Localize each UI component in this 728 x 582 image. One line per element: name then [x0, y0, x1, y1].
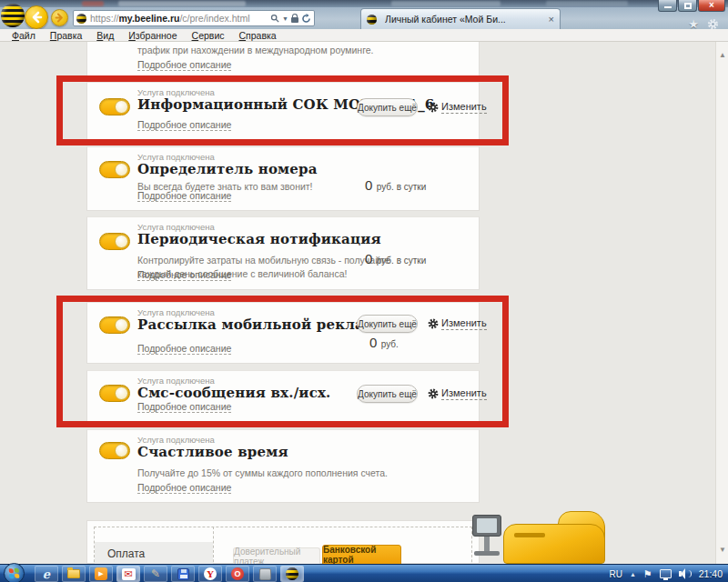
terminal-slot — [514, 533, 545, 537]
tab-trust-payment[interactable]: Доверительный платеж — [233, 547, 320, 564]
taskbar-explorer-button[interactable] — [62, 566, 86, 582]
service-card: Услуга подключена Смс-сообщения вх./исх.… — [86, 370, 480, 422]
service-card: Услуга подключена Рассылка мобильной рек… — [86, 302, 480, 364]
details-link[interactable]: Подробное описание — [137, 269, 231, 281]
scroll-down-icon[interactable]: ▼ — [716, 546, 728, 554]
tab-title: Личный кабинет «Мой Би... — [385, 14, 544, 25]
service-title: Смс-сообщения вх./исх. — [137, 385, 331, 401]
service-card: Услуга подключена Информационный СОК MOD… — [86, 82, 480, 140]
taskbar-yandex-button[interactable]: Y — [198, 566, 222, 582]
speaker-icon[interactable] — [679, 568, 692, 579]
payment-terminal-illustration — [460, 511, 614, 564]
service-toggle[interactable] — [99, 233, 130, 250]
scroll-up-icon[interactable]: ▲ — [716, 51, 728, 59]
service-toggle[interactable] — [99, 98, 130, 115]
url-domain: my.beeline.ru — [119, 13, 180, 24]
back-arrow-icon — [30, 11, 43, 24]
refresh-icon[interactable] — [301, 14, 311, 24]
taskbar-app-button[interactable] — [253, 566, 277, 582]
taskbar-icons: e ▶ ✉ ✎ Y O — [35, 566, 304, 582]
tab-close-icon[interactable]: × — [549, 15, 554, 25]
terminal-base — [474, 551, 500, 556]
service-title: Рассылка мобильной рекламы — [137, 316, 389, 333]
tab-bank-card[interactable]: Банковской картой — [322, 545, 401, 564]
details-link[interactable]: Подробное описание — [137, 190, 231, 202]
taskbar-ie-button[interactable]: e — [35, 566, 58, 582]
close-button[interactable]: × — [698, 0, 725, 12]
windows-logo-icon — [9, 568, 20, 579]
service-toggle[interactable] — [99, 316, 130, 334]
service-title: Периодическая нотификация — [137, 231, 381, 247]
language-indicator[interactable]: RU — [609, 569, 622, 579]
toggle-knob — [115, 318, 128, 332]
details-link[interactable]: Подробное описание — [137, 482, 231, 494]
speaker-wave — [687, 570, 692, 577]
beeline-logo-icon — [1, 4, 25, 27]
forward-button[interactable] — [51, 9, 68, 26]
address-bar[interactable]: https://my.beeline.ru/c/pre/index.html ▼ — [73, 10, 315, 26]
details-link[interactable]: Подробное описание — [137, 119, 231, 131]
mail-icon: ✉ — [122, 568, 136, 580]
floppy-icon — [177, 568, 189, 580]
minimize-icon — [664, 6, 672, 8]
start-button[interactable] — [4, 563, 25, 582]
windows-logo-green — [15, 568, 19, 573]
taskbar-save-button[interactable] — [171, 566, 195, 582]
price-unit: руб. в сутки — [377, 256, 426, 266]
chevron-down-icon[interactable]: ▼ — [282, 15, 288, 22]
menu-help[interactable]: Справка — [232, 30, 284, 41]
change-link[interactable]: Изменить — [441, 101, 487, 114]
scrollbar[interactable]: ▲ ▼ — [715, 42, 728, 564]
price-value: 0 — [365, 251, 372, 266]
menu-file[interactable]: Файл — [5, 30, 43, 41]
change-link[interactable]: Изменить — [441, 317, 487, 330]
toggle-knob — [115, 235, 128, 248]
taskbar-opera-button[interactable]: O — [226, 566, 249, 582]
details-link[interactable]: Подробное описание — [137, 59, 231, 71]
search-icon[interactable] — [270, 14, 279, 23]
menu-view[interactable]: Вид — [89, 30, 121, 41]
service-toggle[interactable] — [99, 385, 130, 402]
buy-more-button[interactable]: Докупить ещё — [357, 98, 418, 116]
menu-edit[interactable]: Правка — [43, 30, 89, 41]
toggle-knob — [115, 444, 128, 457]
service-toggle[interactable] — [99, 442, 130, 459]
service-card: Услуга подключена Периодическая нотифика… — [86, 216, 480, 290]
forward-arrow-icon — [55, 13, 65, 23]
gear-icon — [428, 318, 439, 329]
action-center-flag-icon[interactable]: ⚑ — [643, 569, 652, 579]
taskbar-clock[interactable]: 21:40 — [699, 568, 723, 579]
maximize-button[interactable] — [678, 0, 697, 12]
details-link[interactable]: Подробное описание — [137, 401, 231, 413]
network-icon[interactable] — [660, 569, 672, 578]
system-tray: RU ▲ ⚑ 21:40 — [609, 565, 723, 582]
change-control[interactable]: Изменить — [428, 101, 487, 114]
taskbar-media-button[interactable]: ▶ — [89, 566, 113, 582]
price-value: 0 — [369, 335, 377, 350]
service-title: Определитель номера — [137, 161, 318, 177]
taskbar-editor-button[interactable]: ✎ — [144, 566, 167, 582]
change-link[interactable]: Изменить — [441, 387, 487, 400]
menu-tools[interactable]: Сервис — [185, 30, 232, 41]
ie-icon: e — [43, 568, 50, 580]
service-price: 0 руб. в сутки — [365, 177, 426, 194]
price-value: 0 — [365, 177, 372, 193]
lock-icon — [291, 17, 298, 23]
browser-tab[interactable]: Личный кабинет «Мой Би... × — [360, 8, 561, 29]
hidden-icons-chevron[interactable]: ▲ — [630, 571, 636, 577]
taskbar-beeline-button[interactable] — [280, 566, 304, 582]
buy-more-button[interactable]: Докупить ещё — [357, 385, 418, 403]
change-control[interactable]: Изменить — [428, 387, 487, 400]
buy-more-button[interactable]: Докупить ещё — [357, 315, 418, 333]
service-price: 0 руб. в сутки — [365, 251, 426, 267]
yandex-icon: Y — [204, 567, 217, 580]
taskbar-mail-button[interactable]: ✉ — [116, 566, 140, 582]
minimize-button[interactable] — [658, 0, 677, 12]
service-toggle[interactable] — [99, 161, 130, 178]
menu-favorites[interactable]: Избранное — [121, 30, 184, 41]
details-link[interactable]: Подробное описание — [137, 343, 231, 355]
change-control[interactable]: Изменить — [428, 317, 487, 330]
terminal-screen — [477, 518, 497, 533]
red-circle-icon: O — [231, 567, 244, 580]
back-button[interactable] — [25, 5, 48, 29]
